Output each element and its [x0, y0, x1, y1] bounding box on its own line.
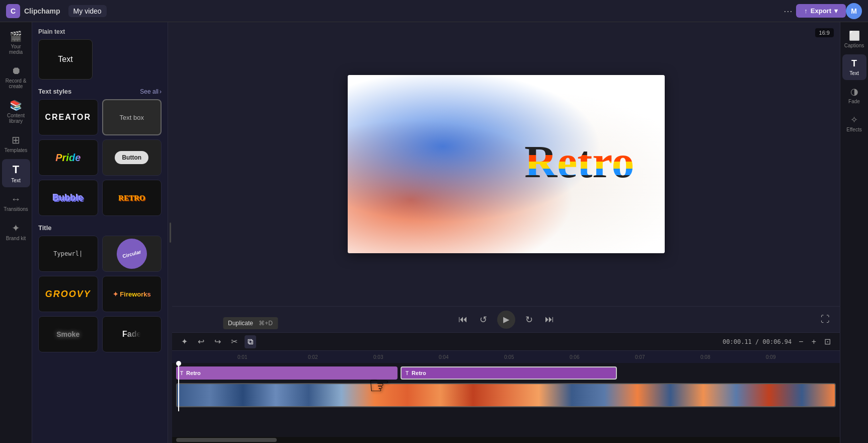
- right-nav-text[interactable]: T Text: [842, 54, 866, 80]
- title-cards-grid: Typewrl| Circular GROOVY ✦ Fireworks: [38, 236, 162, 352]
- logo-text: Clipchamp: [24, 7, 60, 15]
- style-card-retro[interactable]: RETRO: [102, 180, 162, 216]
- zoom-controls: − + ⊡: [796, 335, 834, 348]
- sidebar-item-content-library[interactable]: 📚 Contentlibrary: [2, 95, 30, 128]
- text-track-row: T Retro T Retro: [172, 365, 840, 381]
- effects-icon: ✧: [850, 114, 858, 125]
- rewind-button[interactable]: ↺: [478, 312, 489, 327]
- right-nav-fade[interactable]: ◑ Fade: [842, 82, 866, 108]
- ruler-mark-0:03: 0:03: [373, 354, 383, 360]
- title-card-typewriter[interactable]: Typewrl|: [38, 236, 98, 272]
- playhead-head: [176, 361, 181, 366]
- video-track[interactable]: [176, 383, 836, 407]
- export-icon: ↑: [804, 7, 808, 15]
- skip-to-start-button[interactable]: ⏮: [456, 312, 469, 327]
- ruler-mark-0:08: 0:08: [700, 354, 710, 360]
- duplicate-button[interactable]: ⧉ Duplicate ⌘+D: [245, 335, 256, 348]
- right-nav-captions[interactable]: ⬜ Captions: [842, 26, 866, 52]
- style-card-pride[interactable]: Pride: [38, 139, 98, 176]
- zoom-in-button[interactable]: +: [809, 335, 819, 348]
- ruler-mark-0:07: 0:07: [635, 354, 645, 360]
- ruler-mark-0:06: 0:06: [570, 354, 579, 360]
- export-button[interactable]: ↑ Export ▾: [796, 4, 846, 18]
- video-frame: Retro: [348, 75, 665, 253]
- left-nav: 🎬 Your media ⏺ Record &create 📚 Contentl…: [0, 22, 32, 443]
- zoom-out-button[interactable]: −: [796, 335, 806, 348]
- text-panel: Plain text Text Text styles See all › CR…: [32, 22, 168, 443]
- title-card-fade[interactable]: Fade: [102, 316, 162, 352]
- chevron-right-icon: ›: [160, 88, 162, 95]
- text-track-1-icon: T: [180, 371, 183, 376]
- redo-button[interactable]: ↪: [211, 335, 224, 348]
- timeline-ruler: 0:01 0:02 0:03 0:04 0:05 0:06 0:07 0:08 …: [172, 351, 840, 363]
- text-icon: T: [13, 163, 19, 176]
- timeline-content: 0:01 0:02 0:03 0:04 0:05 0:06 0:07 0:08 …: [172, 351, 840, 437]
- transitions-icon: ↔: [11, 193, 21, 205]
- cut-button[interactable]: ✂: [228, 335, 241, 348]
- export-chevron-icon: ▾: [834, 7, 838, 15]
- plain-text-label: Plain text: [38, 28, 162, 35]
- retro-text-overlay: Retro: [524, 139, 634, 185]
- duplicate-icon: ⧉: [248, 337, 253, 346]
- aspect-ratio-badge: 16:9: [815, 28, 834, 37]
- style-card-creator[interactable]: CREATOR: [38, 99, 98, 135]
- panel-divider[interactable]: [168, 22, 172, 443]
- sidebar-item-templates[interactable]: ⊞ Templates: [2, 130, 30, 157]
- ruler-mark-0:05: 0:05: [504, 354, 514, 360]
- brand-kit-icon: ✦: [12, 222, 20, 234]
- topbar: C Clipchamp My video ⋯ ↑ Export ▾ M: [0, 0, 868, 22]
- sidebar-item-text[interactable]: T Text: [2, 159, 30, 187]
- ruler-mark-0:01: 0:01: [238, 354, 247, 360]
- title-card-groovy[interactable]: GROOVY: [38, 276, 98, 312]
- sidebar-item-brand-kit[interactable]: ✦ Brand kit: [2, 218, 30, 245]
- fade-icon: ◑: [850, 86, 858, 97]
- divider-handle: [170, 223, 171, 243]
- avatar[interactable]: M: [846, 3, 862, 19]
- title-card-smoke[interactable]: Smoke: [38, 316, 98, 352]
- sidebar-item-your-media[interactable]: 🎬 Your media: [2, 26, 30, 59]
- right-nav-effects[interactable]: ✧ Effects: [842, 110, 866, 136]
- title-card-circular[interactable]: Circular: [102, 236, 162, 272]
- playback-controls: ⏮ ↺ ▶ ↻ ⏭ ⛶: [172, 306, 840, 332]
- main-area: 🎬 Your media ⏺ Record &create 📚 Contentl…: [0, 22, 868, 443]
- ruler-mark-0:09: 0:09: [766, 354, 775, 360]
- text-track-1[interactable]: T Retro: [176, 366, 398, 380]
- logo: C Clipchamp: [6, 4, 60, 18]
- timeline-toolbar: ✦ ↩ ↪ ✂ ⧉ Duplicate ⌘+D 00:00.11 / 00:06…: [172, 333, 840, 351]
- forward-button[interactable]: ↻: [523, 312, 535, 327]
- center-area: Retro 16:9 ⏮ ↺ ▶ ↻ ⏭ ⛶ ✦ ↩ ↪ ✂: [172, 22, 840, 443]
- title-card-fireworks[interactable]: ✦ Fireworks: [102, 276, 162, 312]
- style-cards-grid: CREATOR Text box Pride Button Bubble: [38, 99, 162, 216]
- style-card-textbox[interactable]: Text box: [102, 99, 162, 135]
- video-bg: Retro: [348, 75, 665, 253]
- timeline-scrollbar[interactable]: [172, 437, 840, 443]
- timeline-tracks: T Retro T Retro: [172, 363, 840, 411]
- right-sidebar: ⬜ Captions T Text ◑ Fade ✧ Effects: [840, 22, 868, 443]
- style-card-button[interactable]: Button: [102, 139, 162, 176]
- skip-to-end-button[interactable]: ⏭: [543, 312, 556, 327]
- undo-button[interactable]: ↩: [195, 335, 207, 348]
- scrollbar-thumb[interactable]: [176, 438, 277, 442]
- options-icon[interactable]: ⋯: [780, 3, 796, 19]
- text-track-2[interactable]: T Retro: [401, 366, 617, 380]
- logo-icon: C: [6, 4, 20, 18]
- sidebar-item-record-create[interactable]: ⏺ Record &create: [2, 61, 30, 93]
- play-button[interactable]: ▶: [497, 311, 515, 329]
- ruler-mark-0:02: 0:02: [308, 354, 318, 360]
- sidebar-item-transitions[interactable]: ↔ Transitions: [2, 189, 30, 216]
- your-media-icon: 🎬: [10, 30, 22, 42]
- fullscreen-button[interactable]: ⛶: [821, 314, 830, 325]
- timeline-area: ✦ ↩ ↪ ✂ ⧉ Duplicate ⌘+D 00:00.11 / 00:06…: [172, 332, 840, 443]
- playhead[interactable]: [178, 363, 179, 411]
- video-title[interactable]: My video: [68, 5, 107, 17]
- record-icon: ⏺: [11, 65, 21, 77]
- style-card-bubble[interactable]: Bubble: [38, 180, 98, 216]
- text-track-2-icon: T: [406, 371, 409, 376]
- text-styles-label: Text styles: [38, 88, 71, 95]
- captions-icon: ⬜: [849, 30, 860, 41]
- plain-text-card[interactable]: Text: [38, 39, 93, 80]
- fit-timeline-button[interactable]: ⊡: [821, 335, 834, 348]
- content-library-icon: 📚: [10, 99, 22, 111]
- see-all-link[interactable]: See all ›: [140, 88, 162, 95]
- magic-cut-button[interactable]: ✦: [178, 335, 191, 348]
